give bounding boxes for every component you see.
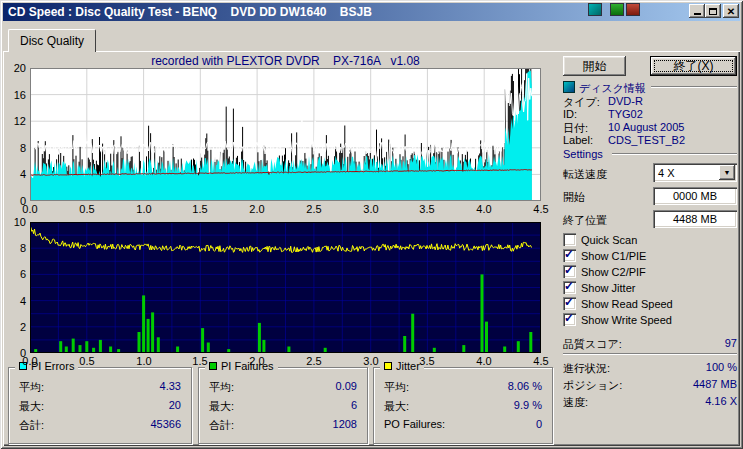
y-axis-tick: 8	[0, 242, 26, 254]
minimize-button[interactable]	[689, 4, 705, 18]
show-jitter-checkbox[interactable]: ✓	[563, 281, 576, 294]
x-axis-tick: 1.0	[129, 355, 159, 367]
tab-label: Disc Quality	[20, 34, 84, 48]
pi-failures-total-label: 合計:	[209, 418, 234, 433]
pi-errors-max-value: 20	[169, 399, 181, 411]
y-axis-tick: 4	[0, 168, 26, 180]
jitter-max-value: 9.9 %	[514, 399, 542, 411]
x-axis-tick: 3.5	[412, 355, 442, 367]
show-c1-pie-checkbox[interactable]: ✓	[563, 249, 576, 262]
disc-info-title: ディスク情報	[579, 81, 646, 96]
y-axis-tick: 10	[0, 216, 26, 228]
show-read-speed-label: Show Read Speed	[581, 298, 673, 310]
teal-disc-icon[interactable]	[588, 3, 602, 16]
x-axis-tick: 2.5	[299, 355, 329, 367]
x-axis-tick: 0.5	[72, 203, 102, 215]
pi-failures-avg-label: 平均:	[209, 380, 234, 395]
minimize-icon	[694, 13, 701, 15]
x-axis-tick: 3.5	[412, 203, 442, 215]
green-book-icon[interactable]	[610, 3, 624, 16]
jitter-max-label: 最大:	[384, 399, 409, 414]
tab-disc-quality[interactable]: Disc Quality	[8, 29, 96, 52]
show-jitter-label: Show Jitter	[581, 282, 635, 294]
po-failures-label: PO Failures:	[384, 418, 445, 430]
x-axis-tick: 4.5	[526, 203, 556, 215]
check-icon: ✓	[564, 311, 574, 325]
pi-failures-max-label: 最大:	[209, 399, 234, 414]
show-c2-pif-checkbox[interactable]: ✓	[563, 265, 576, 278]
y-axis-tick: 4	[0, 295, 26, 307]
pi-failures-panel: PI Failures 平均: 0.09 最大: 6 合計: 1208	[198, 367, 368, 444]
speed-value: 4.16 X	[705, 395, 737, 407]
app-window: CD Speed : Disc Quality Test - BENQ DVD …	[0, 0, 743, 449]
y-axis-tick: 6	[0, 268, 26, 280]
speed-combobox-value: 4 X	[653, 167, 675, 179]
pi-failures-max-value: 6	[351, 399, 357, 411]
start-button-label: 開始	[583, 58, 607, 75]
speed-combobox-dropdown-button[interactable]: ▼	[719, 165, 735, 180]
start-button[interactable]: 開始	[563, 56, 626, 76]
jitter-avg-value: 8.06 %	[508, 380, 542, 392]
disc-date-value: 10 August 2005	[608, 121, 684, 133]
titlebar-icon-group	[586, 2, 640, 16]
x-axis-tick: 3.0	[356, 355, 386, 367]
disc-label-label: Label:	[563, 134, 593, 146]
pi-errors-panel: PI Errors 平均: 4.33 最大: 20 合計: 45366	[8, 367, 192, 444]
end-position-label: 終了位置	[563, 213, 607, 228]
pi-errors-chart	[30, 68, 541, 201]
quick-scan-label: Quick Scan	[581, 234, 637, 246]
end-position-value: 4488 MB	[673, 213, 717, 225]
settings-divider	[612, 153, 737, 155]
x-axis-tick: 1.5	[185, 355, 215, 367]
pi-errors-total-label: 合計:	[19, 418, 44, 433]
check-icon: ✓	[564, 279, 574, 293]
jitter-panel: Jitter 平均: 8.06 % 最大: 9.9 % PO Failures:…	[373, 367, 553, 444]
position-value: 4487 MB	[693, 378, 737, 390]
check-icon: ✓	[564, 263, 574, 277]
pi-errors-avg-label: 平均:	[19, 380, 44, 395]
check-icon: ✓	[564, 295, 574, 309]
pi-errors-avg-value: 4.33	[160, 380, 181, 392]
settings-title: Settings	[563, 148, 603, 160]
position-label: ポジション:	[563, 378, 622, 393]
close-button[interactable]: ✕	[723, 4, 739, 18]
progress-label: 進行状況:	[563, 361, 610, 376]
pi-failures-jitter-chart	[30, 222, 541, 353]
window-title: CD Speed : Disc Quality Test - BENQ DVD …	[8, 5, 372, 19]
x-axis-tick: 1.0	[129, 203, 159, 215]
pi-failures-total-value: 1208	[333, 418, 357, 430]
y-axis-tick: 20	[0, 62, 26, 74]
x-axis-tick: 4.0	[469, 355, 499, 367]
exit-button[interactable]: 終了(X)	[650, 56, 737, 76]
x-axis-tick: 1.5	[185, 203, 215, 215]
x-axis-tick: 0.0	[15, 355, 45, 367]
speed-combobox[interactable]: 4 X ▼	[653, 163, 737, 182]
quality-score-value: 97	[725, 337, 737, 349]
x-axis-tick: 2.0	[242, 203, 272, 215]
close-icon: ✕	[727, 6, 735, 17]
start-position-field[interactable]: 0000 MB	[653, 187, 737, 205]
pi-failures-avg-value: 0.09	[336, 380, 357, 392]
maximize-icon	[709, 8, 717, 15]
pi-errors-max-label: 最大:	[19, 399, 44, 414]
disc-label-value: CDS_TEST_B2	[608, 134, 685, 146]
pi-errors-total-value: 45366	[150, 418, 181, 430]
recorded-with-text: recorded with PLEXTOR DVDR PX-716A v1.08	[30, 54, 541, 68]
y-axis-tick: 16	[0, 89, 26, 101]
x-axis-tick: 4.0	[469, 203, 499, 215]
status-divider	[563, 353, 737, 355]
speed-label: 速度:	[563, 395, 588, 410]
end-position-field[interactable]: 4488 MB	[653, 210, 737, 228]
maximize-button[interactable]	[705, 4, 721, 18]
show-write-speed-label: Show Write Speed	[581, 314, 672, 326]
disc-info-divider	[651, 86, 737, 88]
speed-select-label: 転送速度	[563, 167, 607, 182]
show-read-speed-checkbox[interactable]: ✓	[563, 297, 576, 310]
red-book-icon[interactable]	[626, 3, 640, 16]
window-controls: ✕	[689, 4, 739, 18]
x-axis-tick: 2.5	[299, 203, 329, 215]
disc-id-label: ID:	[563, 108, 577, 120]
quick-scan-checkbox[interactable]	[563, 233, 576, 246]
quality-score-label: 品質スコア:	[563, 337, 622, 352]
show-write-speed-checkbox[interactable]: ✓	[563, 313, 576, 326]
